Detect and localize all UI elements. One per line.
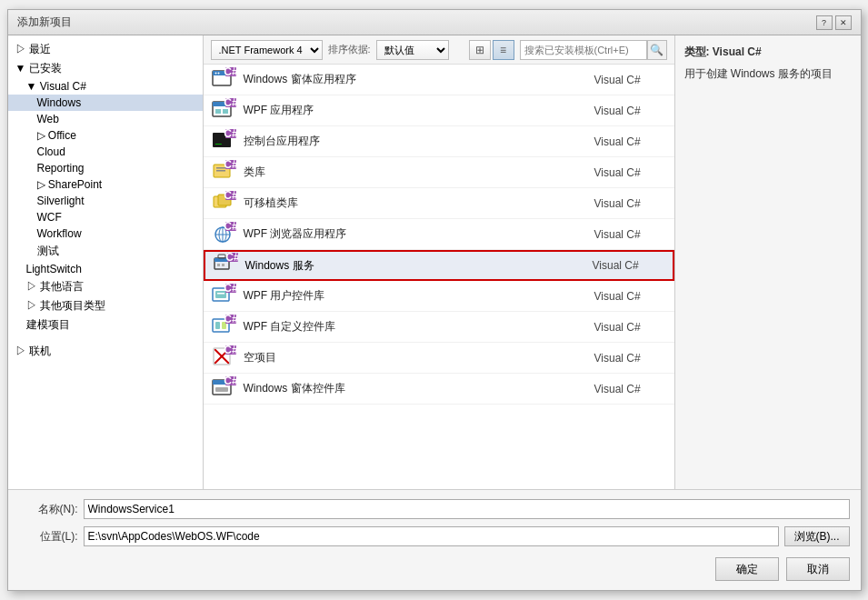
tree-item-web[interactable]: Web bbox=[8, 111, 203, 127]
svg-text:C#: C# bbox=[225, 253, 238, 264]
browse-button[interactable]: 浏览(B)... bbox=[784, 526, 850, 546]
cancel-button[interactable]: 取消 bbox=[786, 557, 850, 581]
item-name: 可移植类库 bbox=[244, 195, 594, 211]
name-row: 名称(N): bbox=[19, 499, 850, 519]
grid-icon: ⊞ bbox=[475, 44, 484, 56]
svg-text:C#: C# bbox=[224, 191, 236, 202]
list-item-wpf-app[interactable]: C#WPF 应用程序Visual C# bbox=[204, 95, 674, 126]
tree-item-sharepoint[interactable]: ▷ SharePoint bbox=[8, 176, 203, 193]
service-icon: C# bbox=[213, 253, 238, 278]
tree-item-office[interactable]: ▷ Office bbox=[8, 127, 203, 144]
location-label: 位置(L): bbox=[19, 529, 78, 545]
location-input[interactable] bbox=[84, 526, 779, 546]
classlib-icon: C# bbox=[211, 160, 236, 185]
item-type: Visual C# bbox=[594, 383, 667, 395]
action-buttons: 确定 取消 bbox=[19, 557, 850, 581]
tree-item-reporting[interactable]: Reporting bbox=[8, 160, 203, 176]
svg-text:_: _ bbox=[215, 132, 222, 145]
grid-view-button[interactable]: ⊞ bbox=[469, 40, 491, 60]
svg-point-2 bbox=[215, 72, 216, 74]
left-tree-panel: ▷ 最近▼ 已安装▼ Visual C#WindowsWeb▷ OfficeCl… bbox=[8, 35, 204, 489]
svg-text:C#: C# bbox=[224, 222, 236, 233]
svg-text:C#: C# bbox=[224, 345, 236, 356]
tree-item-online[interactable]: ▷ 联机 bbox=[8, 342, 203, 361]
project-name-input[interactable] bbox=[84, 499, 850, 519]
wpf-icon: C# bbox=[211, 98, 236, 124]
svg-text:C#: C# bbox=[224, 98, 236, 109]
item-name: WPF 浏览器应用程序 bbox=[244, 226, 594, 242]
svg-point-3 bbox=[217, 72, 219, 74]
list-view-button[interactable]: ≡ bbox=[493, 40, 514, 60]
title-bar-controls: ? ✕ bbox=[816, 15, 852, 30]
list-item-portable[interactable]: C#可移植类库Visual C# bbox=[204, 188, 674, 219]
tree-item-lightswitch[interactable]: LightSwitch bbox=[8, 261, 203, 277]
portable-icon: C# bbox=[211, 191, 236, 216]
winforms-icon: C# bbox=[211, 67, 236, 93]
item-name: Windows 窗体控件库 bbox=[244, 381, 594, 396]
svg-rect-55 bbox=[215, 387, 228, 392]
tree-item-visual-csharp[interactable]: ▼ Visual C# bbox=[8, 78, 203, 95]
item-name: Windows 服务 bbox=[245, 258, 593, 274]
search-button[interactable]: 🔍 bbox=[647, 40, 667, 60]
tree-item-workflow[interactable]: Workflow bbox=[8, 225, 203, 242]
svg-rect-9 bbox=[223, 109, 228, 114]
item-type: Visual C# bbox=[594, 228, 667, 241]
toolbar: .NET Framework 4 排序依据: 默认值 ⊞ ≡ bbox=[204, 35, 674, 65]
help-button[interactable]: ? bbox=[816, 15, 833, 30]
tree-item-windows[interactable]: Windows bbox=[8, 95, 203, 111]
tree-item-test[interactable]: 测试 bbox=[8, 242, 203, 261]
svg-rect-34 bbox=[217, 264, 220, 266]
tree-item-cloud[interactable]: Cloud bbox=[8, 144, 203, 160]
title-bar: 添加新项目 ? ✕ bbox=[8, 10, 861, 35]
list-item-wpf-browser[interactable]: C#WPF 浏览器应用程序Visual C# bbox=[204, 219, 674, 250]
sort-select[interactable]: 默认值 bbox=[376, 40, 449, 60]
console-icon: _C# bbox=[211, 129, 236, 155]
location-row: 位置(L): 浏览(B)... bbox=[19, 526, 850, 546]
item-name: Windows 窗体应用程序 bbox=[244, 72, 594, 87]
list-item-console[interactable]: _C#控制台应用程序Visual C# bbox=[204, 126, 674, 157]
list-item-win-service[interactable]: C#Windows 服务Visual C# bbox=[204, 250, 674, 281]
name-label: 名称(N): bbox=[19, 502, 78, 517]
tree-item-other-lang[interactable]: ▷ 其他语言 bbox=[8, 277, 203, 296]
wpfbrowser-icon: C# bbox=[211, 222, 236, 247]
list-item-win-ctrl[interactable]: C#Windows 窗体控件库Visual C# bbox=[204, 374, 674, 405]
list-item-wpf-custom[interactable]: C#WPF 自定义控件库Visual C# bbox=[204, 312, 674, 343]
svg-rect-8 bbox=[215, 109, 221, 114]
item-type: Visual C# bbox=[594, 352, 667, 365]
search-input[interactable] bbox=[520, 40, 647, 60]
tree-item-silverlight[interactable]: Silverlight bbox=[8, 193, 203, 209]
item-type: Visual C# bbox=[594, 321, 667, 334]
project-tree: ▷ 最近▼ 已安装▼ Visual C#WindowsWeb▷ OfficeCl… bbox=[8, 40, 203, 361]
item-name: WPF 用户控件库 bbox=[244, 288, 594, 304]
tree-item-wcf[interactable]: WCF bbox=[8, 209, 203, 225]
svg-text:C#: C# bbox=[224, 315, 236, 325]
right-panel: 类型: Visual C# 用于创建 Windows 服务的项目 bbox=[674, 35, 861, 489]
tree-item-installed[interactable]: ▼ 已安装 bbox=[8, 59, 203, 78]
list-item-classlib[interactable]: C#类库Visual C# bbox=[204, 157, 674, 188]
search-icon: 🔍 bbox=[650, 44, 663, 56]
type-description: 用于创建 Windows 服务的项目 bbox=[684, 65, 852, 82]
ok-button[interactable]: 确定 bbox=[715, 557, 779, 581]
item-name: 空项目 bbox=[244, 350, 594, 365]
item-name: WPF 自定义控件库 bbox=[244, 319, 594, 335]
svg-text:C#: C# bbox=[224, 376, 236, 387]
view-buttons: ⊞ ≡ bbox=[469, 40, 514, 60]
wpfctrl-icon: C# bbox=[211, 284, 236, 309]
sort-label: 排序依据: bbox=[328, 43, 371, 56]
item-type: Visual C# bbox=[594, 105, 667, 117]
tree-item-template[interactable]: 建模项目 bbox=[8, 315, 203, 335]
type-label: 类型: Visual C# bbox=[684, 45, 852, 60]
dialog-title: 添加新项目 bbox=[17, 15, 72, 30]
bottom-panel: 名称(N): 位置(L): 浏览(B)... 确定 取消 bbox=[8, 489, 861, 590]
items-list: C#Windows 窗体应用程序Visual C#C#WPF 应用程序Visua… bbox=[204, 65, 674, 489]
close-button[interactable]: ✕ bbox=[835, 15, 852, 30]
svg-text:C#: C# bbox=[224, 160, 236, 171]
list-item-wpf-control[interactable]: C#WPF 用户控件库Visual C# bbox=[204, 281, 674, 312]
framework-select[interactable]: .NET Framework 4 bbox=[211, 40, 323, 60]
list-item-win-forms[interactable]: C#Windows 窗体应用程序Visual C# bbox=[204, 65, 674, 95]
svg-text:C#: C# bbox=[224, 67, 236, 78]
svg-rect-35 bbox=[222, 264, 224, 266]
tree-item-recent[interactable]: ▷ 最近 bbox=[8, 40, 203, 59]
tree-item-other-types[interactable]: ▷ 其他项目类型 bbox=[8, 296, 203, 315]
list-item-empty[interactable]: C#空项目Visual C# bbox=[204, 343, 674, 374]
